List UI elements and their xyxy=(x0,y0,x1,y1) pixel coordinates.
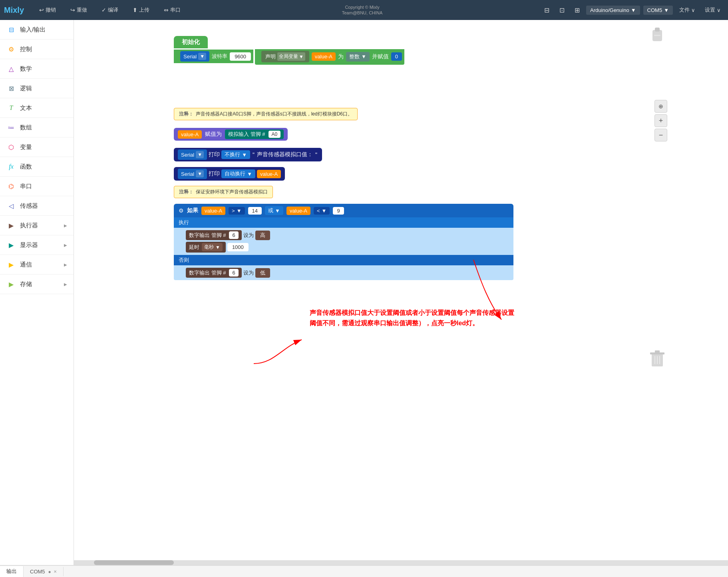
sidebar-item-var[interactable]: ⬡ 变量 xyxy=(0,137,74,157)
canvas-inner: 初始化 Serial ▼ 波特率 9600 声明 xyxy=(74,20,673,380)
gt-operator[interactable]: > ▼ xyxy=(229,207,245,215)
analog-input-block[interactable]: 模拟输入 管脚 # A0 xyxy=(225,129,284,139)
horizontal-scrollbar[interactable] xyxy=(74,560,728,565)
delay-value[interactable]: 1000 xyxy=(227,243,249,251)
serial-button[interactable]: ⇔ 串口 xyxy=(161,5,184,15)
bottom-panel: 输出 COM5 ● ✕ 声音传感器模拟口值： 11 声音传感器模拟口值： 12 … xyxy=(0,565,728,577)
svg-rect-7 xyxy=(655,350,660,353)
tab-com5-indicator: ● xyxy=(48,569,51,575)
layout-icon-1[interactable]: ⊟ xyxy=(541,4,553,16)
center-zoom-button[interactable]: ⊕ xyxy=(654,100,667,113)
value-a-block-1[interactable]: value-A xyxy=(312,52,336,61)
comment1-group: 注释： 声音传感器A口接A0口S脚，声音传感器s口不接跳线，led灯模块接D6口… xyxy=(174,108,358,120)
delay-block[interactable]: 延时 毫秒 ▼ xyxy=(186,242,226,253)
val14-block[interactable]: 14 xyxy=(248,207,262,215)
sidebar-item-array[interactable]: ≔ 数组 xyxy=(0,118,74,137)
tab-com5-close[interactable]: ✕ xyxy=(54,569,57,574)
undo-button[interactable]: ↩ 撤销 xyxy=(36,5,59,15)
zoom-in-button[interactable]: + xyxy=(654,114,667,127)
sidebar-item-display[interactable]: ▶ 显示器 ▶ xyxy=(0,235,74,255)
zero-value-block[interactable]: 0 xyxy=(391,52,402,61)
display-expand-arrow: ▶ xyxy=(64,243,67,247)
settings-menu[interactable]: 设置 ∨ xyxy=(702,5,724,15)
sidebar-item-serial[interactable]: ⌬ 串口 xyxy=(0,177,74,196)
value-a-cond-2[interactable]: value-A xyxy=(286,207,310,215)
pin6-1[interactable]: 6 xyxy=(229,231,238,239)
int-type-dropdown[interactable]: 整数 ▼ xyxy=(346,52,370,62)
redo-button[interactable]: ↪ 重做 xyxy=(67,5,90,15)
digital-out-2[interactable]: 数字输出 管脚 # 6 xyxy=(186,268,242,278)
value-a-cond-1[interactable]: value-A xyxy=(201,207,225,215)
zoom-out-button[interactable]: − xyxy=(654,129,667,141)
trash-icon[interactable] xyxy=(647,350,667,372)
if-block-outer: ⚙ 如果 value-A > ▼ 14 或 ▼ value-A xyxy=(174,204,513,280)
brand-logo: Mixly xyxy=(4,6,24,15)
serial-dropdown-1[interactable]: ▼ xyxy=(198,53,206,60)
auto-newline-dropdown[interactable]: 自动换行 ▼ xyxy=(221,169,255,178)
backpack-icon[interactable] xyxy=(647,26,667,48)
sidebar-item-comm[interactable]: ▶ 通信 ▶ xyxy=(0,255,74,275)
sidebar-item-storage[interactable]: ▶ 存储 ▶ xyxy=(0,275,74,294)
serial-block-2[interactable]: Serial ▼ xyxy=(178,149,207,160)
toolbar: Mixly ↩ 撤销 ↪ 重做 ✓ 编译 ⬆ 上传 ⇔ 串口 Copyright… xyxy=(0,0,728,20)
high-block[interactable]: 高 xyxy=(255,231,270,240)
layout-icon-3[interactable]: ⊞ xyxy=(571,4,583,16)
init-block[interactable]: 初始化 xyxy=(174,36,208,48)
sensor-icon: ◁ xyxy=(6,201,16,211)
sidebar-item-ctrl[interactable]: ⚙ 控制 xyxy=(0,40,74,59)
a0-pin[interactable]: A0 xyxy=(269,131,281,138)
board-selector[interactable]: Arduino/Genuino ▼ xyxy=(586,6,640,15)
print-label-1: 打印 xyxy=(209,151,220,158)
compile-button[interactable]: ✓ 编译 xyxy=(98,5,121,15)
serial-print-2-group: Serial ▼ 打印 自动换行 ▼ value-A xyxy=(174,167,285,181)
svg-rect-3 xyxy=(655,28,660,32)
pin6-2[interactable]: 6 xyxy=(229,269,238,277)
value-a-print[interactable]: value-A xyxy=(257,170,281,178)
digital-out-1[interactable]: 数字输出 管脚 # 6 xyxy=(186,230,242,240)
layout-icon-2[interactable]: ⊡ xyxy=(556,4,568,16)
lt-operator[interactable]: < ▼ xyxy=(314,207,330,215)
sidebar-item-sensor[interactable]: ◁ 传感器 xyxy=(0,196,74,216)
io-icon: ⊟ xyxy=(6,25,16,34)
compile-icon: ✓ xyxy=(101,7,106,13)
serial-block-1[interactable]: Serial ▼ xyxy=(180,51,209,62)
val9-block[interactable]: 9 xyxy=(333,207,344,215)
declare-block[interactable]: 声明 全局变量 ▼ xyxy=(261,51,309,62)
tab-output[interactable]: 输出 xyxy=(0,566,24,577)
low-block[interactable]: 低 xyxy=(255,268,270,278)
tab-com5[interactable]: COM5 ● ✕ xyxy=(24,567,64,576)
ms-dropdown[interactable]: 毫秒 ▼ xyxy=(202,243,223,251)
sidebar-item-logic[interactable]: ⊠ 逻辑 xyxy=(0,79,74,98)
or-operator[interactable]: 或 ▼ xyxy=(265,206,283,215)
value-a-assign[interactable]: value-A xyxy=(178,130,202,139)
if-keyword: 如果 xyxy=(187,207,198,214)
baud-value[interactable]: 9600 xyxy=(230,52,251,61)
actuator-expand-arrow: ▶ xyxy=(64,223,67,228)
upload-button[interactable]: ⬆ 上传 xyxy=(129,5,153,15)
comment1-block[interactable]: 注释： 声音传感器A口接A0口S脚，声音传感器s口不接跳线，led灯模块接D6口… xyxy=(174,108,358,120)
declare-dropdown[interactable]: 全局变量 ▼ xyxy=(277,52,305,61)
serial-block-3[interactable]: Serial ▼ xyxy=(178,169,207,179)
copyright-info: Copyright © Mixly Team@BNU, CHINA xyxy=(192,4,533,16)
canvas-area[interactable]: 初始化 Serial ▼ 波特率 9600 声明 xyxy=(74,20,728,565)
sidebar-item-math[interactable]: △ 数学 xyxy=(0,59,74,79)
serial-dropdown-2[interactable]: ▼ xyxy=(196,151,204,158)
comment1-prefix: 注释： xyxy=(179,111,193,117)
comment2-block[interactable]: 注释： 保证安静环境下声音传感器模拟口 xyxy=(174,186,273,198)
serial-dropdown-3[interactable]: ▼ xyxy=(196,170,204,177)
no-newline-dropdown[interactable]: 不换行 ▼ xyxy=(221,150,250,159)
sidebar-item-text[interactable]: T 文本 xyxy=(0,98,74,118)
sidebar-item-func[interactable]: fx 函数 xyxy=(0,157,74,177)
gear-icon-if: ⚙ xyxy=(179,207,184,214)
sidebar-item-io[interactable]: ⊟ 输入/输出 xyxy=(0,20,74,40)
assign-label-1: 并赋值 xyxy=(372,53,389,60)
settings-dropdown-arrow: ∨ xyxy=(717,7,721,13)
sidebar-item-actuator[interactable]: ▶ 执行器 ▶ xyxy=(0,216,74,235)
init-block-group: 初始化 Serial ▼ 波特率 9600 声明 xyxy=(174,36,404,65)
port-selector[interactable]: COM5 ▼ xyxy=(643,6,673,15)
print-str-value: 声音传感器模拟口值： xyxy=(257,151,313,158)
assign-label-2: 赋值为 xyxy=(205,131,222,138)
file-menu[interactable]: 文件 ∨ xyxy=(676,5,698,15)
serial-port-icon: ⌬ xyxy=(6,181,16,191)
arrow-svg-1 xyxy=(174,324,334,372)
